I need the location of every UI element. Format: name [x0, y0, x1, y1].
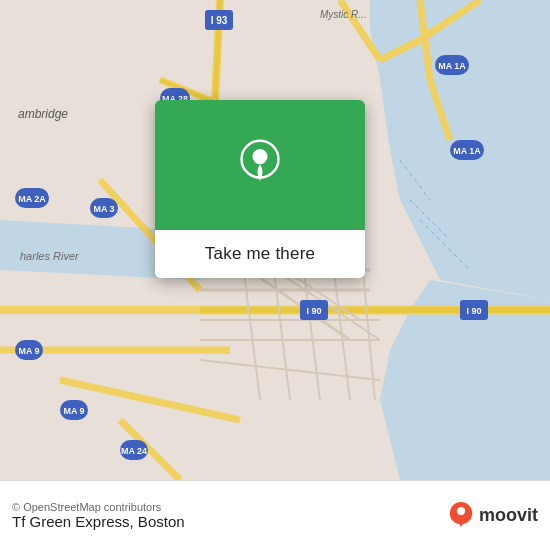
svg-text:MA 9: MA 9 [63, 406, 84, 416]
moovit-label: moovit [479, 505, 538, 526]
svg-text:I 93: I 93 [211, 15, 228, 26]
svg-text:MA 1A: MA 1A [438, 61, 466, 71]
svg-point-67 [457, 506, 465, 514]
svg-text:harles River: harles River [20, 250, 80, 262]
svg-text:MA 1A: MA 1A [453, 146, 481, 156]
place-info: Tf Green Express, Boston [12, 513, 185, 530]
svg-text:MA 3: MA 3 [93, 204, 114, 214]
svg-text:I 90: I 90 [466, 306, 481, 316]
svg-text:MA 24: MA 24 [121, 446, 147, 456]
svg-point-65 [252, 149, 267, 164]
location-pin-icon [234, 139, 286, 191]
popup-header [155, 100, 365, 230]
svg-text:MA 9: MA 9 [18, 346, 39, 356]
svg-text:ambridge: ambridge [18, 107, 68, 121]
bottom-bar: © OpenStreetMap contributors Tf Green Ex… [0, 480, 550, 550]
svg-text:Mystic R...: Mystic R... [320, 9, 367, 20]
bottom-left: © OpenStreetMap contributors Tf Green Ex… [12, 501, 185, 530]
take-me-there-button[interactable]: Take me there [155, 230, 365, 278]
svg-text:I 90: I 90 [306, 306, 321, 316]
svg-text:MA 2A: MA 2A [18, 194, 46, 204]
moovit-icon [447, 502, 475, 530]
map-container: I 93 MA 28 MA 2A MA 3 MA 1A MA 1A I 90 I… [0, 0, 550, 480]
place-name: Tf Green Express, Boston [12, 513, 185, 530]
moovit-logo: moovit [447, 502, 538, 530]
map-attribution: © OpenStreetMap contributors [12, 501, 185, 513]
popup-card: Take me there [155, 100, 365, 278]
